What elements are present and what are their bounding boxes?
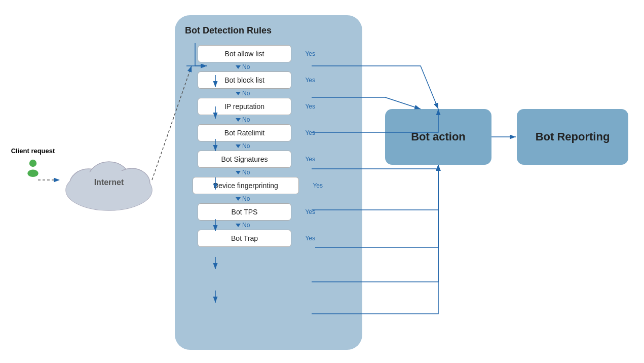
rule-box-allow: Bot allow list Yes [198,45,291,62]
rule-row-trap: Bot Trap Yes [182,230,355,247]
diagram-canvas: Client request Internet Bot Detection Ru… [0,0,644,363]
rule-row-ip: IP reputation Yes [182,98,355,115]
rule-box-trap: Bot Trap Yes [198,230,291,247]
rule-box-signatures: Bot Signatures Yes [198,151,291,168]
internet-label: Internet [94,178,124,187]
cloud-shape: Internet [61,152,157,213]
yes-block: Yes [305,77,315,84]
rule-box-ip: IP reputation Yes [198,98,291,115]
bot-reporting-box: Bot Reporting [517,109,628,165]
rule-row-block: Bot block list Yes [182,71,355,89]
yes-ip: Yes [305,103,315,110]
no-after-ip: No [236,116,355,123]
yes-signatures: Yes [305,156,315,163]
bot-action-label: Bot action [411,130,466,143]
svg-point-0 [29,160,36,167]
rule-box-fingerprint: Device fingerprinting Yes [193,177,299,194]
rule-box-tps: Bot TPS Yes [198,203,291,221]
rule-row-allow: Bot allow list Yes [182,45,355,62]
rule-box-block: Bot block list Yes [198,71,291,89]
rule-row-ratelimit: Bot Ratelimit Yes [182,124,355,141]
internet-cloud: Internet [56,150,162,215]
no-after-ratelimit: No [236,142,355,150]
yes-trap: Yes [305,235,315,242]
svg-point-6 [66,170,152,210]
svg-point-1 [27,170,39,177]
yes-allow: Yes [305,50,315,57]
yes-tps: Yes [305,208,315,215]
bot-reporting-label: Bot Reporting [536,130,610,143]
no-after-allow: No [236,63,355,70]
yes-ratelimit: Yes [305,129,315,136]
client-label: Client request [11,147,55,155]
rule-row-fingerprint: Device fingerprinting Yes [182,177,355,194]
no-after-signatures: No [236,169,355,176]
detection-rules-title: Bot Detection Rules [185,25,355,36]
person-icon [24,159,42,177]
no-after-block: No [236,90,355,97]
bot-action-box: Bot action [385,109,491,165]
detection-rules-container: Bot Detection Rules Bot allow list Yes N… [175,15,362,350]
rule-box-ratelimit: Bot Ratelimit Yes [198,124,291,141]
rule-row-signatures: Bot Signatures Yes [182,151,355,168]
no-after-tps: No [236,222,355,229]
no-after-fingerprint: No [236,195,355,202]
client-section: Client request [5,147,61,177]
rule-row-tps: Bot TPS Yes [182,203,355,221]
yes-fingerprint: Yes [313,182,323,189]
